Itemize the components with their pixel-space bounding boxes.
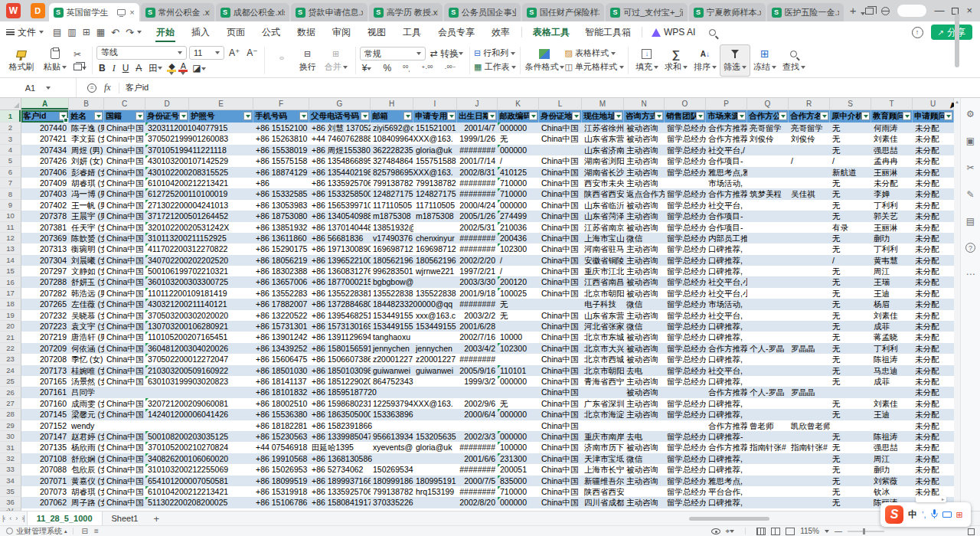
fill-color-button[interactable]: ◆ bbox=[167, 62, 176, 75]
cell[interactable]: 个人-罗晶 bbox=[747, 387, 789, 397]
column-header-U[interactable]: U bbox=[913, 98, 954, 110]
cell[interactable]: 口碑推荐, bbox=[706, 464, 747, 475]
cell[interactable]: 207160 bbox=[21, 398, 69, 409]
filter-dropdown-icon[interactable] bbox=[136, 112, 144, 120]
cell[interactable]: 周子路 (女 bbox=[69, 497, 104, 508]
cell[interactable]: 未分配 bbox=[913, 464, 954, 475]
sort-button[interactable]: A↓ 排序 bbox=[691, 44, 720, 77]
cell[interactable]: 口碑推荐, bbox=[706, 376, 747, 387]
cell[interactable] bbox=[789, 243, 830, 254]
cell[interactable]: 重庆市江北 bbox=[582, 266, 624, 276]
cell[interactable] bbox=[413, 409, 457, 420]
cell[interactable] bbox=[189, 387, 253, 397]
column-header-L[interactable]: L bbox=[539, 98, 582, 110]
align-top-icon[interactable] bbox=[269, 57, 272, 59]
cell[interactable] bbox=[145, 387, 189, 397]
cell[interactable]: 未分配 bbox=[913, 188, 954, 199]
cell[interactable]: 207402 bbox=[21, 200, 69, 211]
cell[interactable] bbox=[747, 486, 789, 497]
cell[interactable]: 无 bbox=[830, 354, 871, 364]
cell[interactable]: 被动咨询 bbox=[624, 332, 665, 342]
cell[interactable]: China中国 bbox=[539, 420, 582, 431]
add-sheet-button[interactable]: + bbox=[153, 513, 159, 525]
menu-tab-开始[interactable]: 开始 bbox=[148, 21, 183, 43]
share-button[interactable]: ↗ 分享 bbox=[931, 25, 972, 40]
cell[interactable]: China中国 bbox=[104, 276, 145, 287]
cell[interactable]: China中国 bbox=[104, 266, 145, 276]
cell[interactable]: 山东省东营 bbox=[582, 310, 624, 321]
header-cell-J[interactable]: 出生日期 bbox=[457, 110, 498, 123]
filter-dropdown-icon[interactable] bbox=[861, 112, 870, 120]
row-number[interactable]: 15 bbox=[0, 266, 21, 276]
column-header-R[interactable]: R bbox=[789, 98, 830, 110]
cell[interactable]: ######## bbox=[457, 299, 498, 309]
cell[interactable]: 151521001 bbox=[413, 123, 457, 133]
format-painter-button[interactable]: 格式刷 bbox=[5, 44, 38, 77]
cell[interactable]: 社交平台, bbox=[706, 310, 747, 321]
cell[interactable]: 留学总经办 bbox=[665, 243, 706, 254]
cell[interactable]: 被动咨询 bbox=[624, 123, 665, 133]
filter-dropdown-icon[interactable] bbox=[488, 112, 496, 120]
row-number[interactable]: 23 bbox=[0, 354, 21, 364]
cell[interactable] bbox=[624, 486, 665, 497]
cell[interactable]: 207161 bbox=[21, 387, 69, 397]
cell[interactable]: 有录 bbox=[830, 222, 871, 233]
column-header-N[interactable]: N bbox=[624, 98, 665, 110]
cell[interactable]: 返点合作方 bbox=[624, 188, 665, 199]
cell[interactable]: 无 bbox=[830, 266, 871, 276]
cell[interactable]: China中国 bbox=[539, 200, 582, 211]
window-tab[interactable]: S高学历 教授.xlsx bbox=[369, 3, 443, 21]
cell[interactable]: 刘妍 (女) bbox=[69, 155, 104, 166]
cell[interactable]: China中国 bbox=[104, 442, 145, 453]
cell[interactable]: 500106199702210321 bbox=[145, 266, 189, 276]
cell[interactable]: 曾老师 bbox=[747, 420, 789, 431]
cell[interactable]: 370105200210270824 bbox=[145, 442, 189, 453]
increase-font-icon[interactable]: A⁺ bbox=[227, 47, 242, 58]
cell[interactable]: +86 15332585 bbox=[253, 188, 309, 199]
header-cell-I[interactable]: 申请专用 bbox=[413, 110, 457, 123]
cell[interactable]: 青海省西宁 bbox=[582, 376, 624, 387]
cell[interactable]: 未分配 bbox=[913, 233, 954, 243]
cell[interactable]: 留学总经办 bbox=[665, 167, 706, 178]
cell[interactable]: 108409964XXX@163. bbox=[371, 133, 413, 144]
cell[interactable]: 无 bbox=[830, 476, 871, 486]
cell[interactable]: 410125 bbox=[498, 167, 539, 178]
cell[interactable] bbox=[747, 243, 789, 254]
cell[interactable]: 2000/6/4 bbox=[457, 409, 498, 420]
cell[interactable]: 罗晶晶 bbox=[789, 387, 830, 397]
decrease-indent-icon[interactable] bbox=[286, 57, 289, 59]
cell[interactable]: 610104200212213421 bbox=[145, 178, 189, 188]
row-number[interactable]: 8 bbox=[0, 188, 21, 199]
cell[interactable]: +86 1851229020 bbox=[309, 376, 371, 387]
row-number[interactable]: 21 bbox=[0, 332, 21, 342]
locate-icon[interactable]: ⌖ bbox=[726, 527, 735, 536]
cell[interactable]: 主动咨询 bbox=[624, 255, 665, 266]
cell[interactable]: 刘素佳 bbox=[871, 310, 913, 321]
cell[interactable] bbox=[104, 387, 145, 397]
cell[interactable]: 孟冉冉 bbox=[871, 155, 913, 166]
cell[interactable]: 864752343 bbox=[371, 376, 413, 387]
cell[interactable]: China中国 bbox=[539, 188, 582, 199]
row-number[interactable]: 10 bbox=[0, 211, 21, 221]
cell[interactable]: 无 bbox=[830, 233, 871, 243]
cell[interactable]: 2002/8/20 bbox=[457, 497, 498, 508]
cell[interactable]: 微信 bbox=[624, 321, 665, 332]
cell[interactable]: +86 18595187720 bbox=[309, 387, 371, 397]
cell[interactable]: 口碑推荐, bbox=[706, 243, 747, 254]
cell[interactable]: China中国 bbox=[539, 442, 582, 453]
text-orientation-icon[interactable] bbox=[290, 62, 293, 64]
cell[interactable]: +86 52734062 bbox=[309, 464, 371, 475]
row-number[interactable]: 30 bbox=[0, 431, 21, 442]
zoom-out-button[interactable]: — bbox=[835, 527, 842, 535]
undo-icon[interactable]: ↶ bbox=[111, 27, 119, 38]
menu-tab-工具[interactable]: 工具 bbox=[394, 21, 430, 43]
cell[interactable]: China中国 bbox=[539, 376, 582, 387]
cell[interactable]: China中国 bbox=[104, 476, 145, 486]
cell[interactable]: 口碑推荐, bbox=[706, 409, 747, 420]
maximize-icon[interactable] bbox=[952, 8, 959, 15]
cell[interactable]: 陕西省西安 bbox=[582, 188, 624, 199]
cell[interactable]: 湖南省浏阳 bbox=[582, 155, 624, 166]
cell[interactable] bbox=[747, 354, 789, 364]
cell[interactable]: +86 13611860 bbox=[253, 233, 309, 243]
cell[interactable]: 10000 bbox=[498, 332, 539, 342]
